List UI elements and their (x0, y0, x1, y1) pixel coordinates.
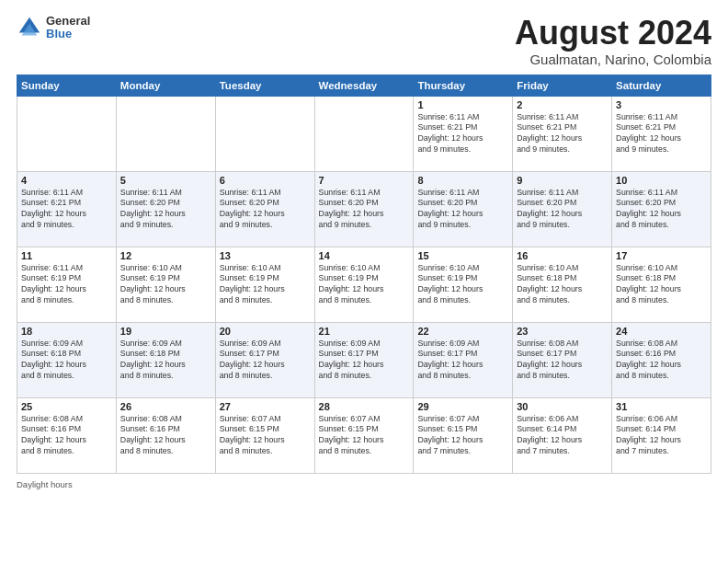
calendar-cell: 10Sunrise: 6:11 AMSunset: 6:20 PMDayligh… (612, 171, 711, 247)
day-number: 11 (21, 250, 112, 261)
calendar-cell: 11Sunrise: 6:11 AMSunset: 6:19 PMDayligh… (17, 247, 117, 322)
day-info: Sunrise: 6:10 AMSunset: 6:18 PMDaylight:… (517, 263, 608, 307)
calendar-cell: 25Sunrise: 6:08 AMSunset: 6:16 PMDayligh… (17, 397, 117, 473)
calendar-cell: 8Sunrise: 6:11 AMSunset: 6:20 PMDaylight… (414, 171, 513, 247)
day-info: Sunrise: 6:08 AMSunset: 6:17 PMDaylight:… (517, 339, 608, 383)
day-info: Sunrise: 6:11 AMSunset: 6:21 PMDaylight:… (21, 188, 112, 232)
day-number: 30 (517, 401, 608, 412)
day-number: 4 (21, 175, 112, 186)
day-info: Sunrise: 6:08 AMSunset: 6:16 PMDaylight:… (616, 339, 707, 383)
col-header-friday: Friday (513, 75, 612, 96)
day-info: Sunrise: 6:11 AMSunset: 6:20 PMDaylight:… (417, 188, 508, 232)
col-header-tuesday: Tuesday (215, 75, 314, 96)
calendar-cell: 29Sunrise: 6:07 AMSunset: 6:15 PMDayligh… (414, 397, 513, 473)
calendar-cell: 6Sunrise: 6:11 AMSunset: 6:20 PMDaylight… (215, 171, 314, 247)
week-row-5: 25Sunrise: 6:08 AMSunset: 6:16 PMDayligh… (17, 397, 711, 473)
day-number: 17 (616, 250, 707, 261)
day-info: Sunrise: 6:11 AMSunset: 6:21 PMDaylight:… (517, 112, 608, 156)
calendar-cell: 20Sunrise: 6:09 AMSunset: 6:17 PMDayligh… (215, 322, 314, 397)
day-info: Sunrise: 6:11 AMSunset: 6:19 PMDaylight:… (21, 263, 112, 307)
calendar-cell: 16Sunrise: 6:10 AMSunset: 6:18 PMDayligh… (513, 247, 612, 322)
calendar-cell: 21Sunrise: 6:09 AMSunset: 6:17 PMDayligh… (314, 322, 414, 397)
logo: General Blue (17, 15, 90, 41)
day-number: 22 (417, 326, 508, 337)
calendar-cell: 14Sunrise: 6:10 AMSunset: 6:19 PMDayligh… (314, 247, 414, 322)
day-number: 24 (616, 326, 707, 337)
calendar-cell: 22Sunrise: 6:09 AMSunset: 6:17 PMDayligh… (414, 322, 513, 397)
week-row-4: 18Sunrise: 6:09 AMSunset: 6:18 PMDayligh… (17, 322, 711, 397)
logo-icon (17, 15, 42, 40)
day-info: Sunrise: 6:09 AMSunset: 6:18 PMDaylight:… (21, 339, 112, 383)
day-info: Sunrise: 6:11 AMSunset: 6:21 PMDaylight:… (417, 112, 508, 156)
calendar-cell: 5Sunrise: 6:11 AMSunset: 6:20 PMDaylight… (116, 171, 215, 247)
logo-general: General (46, 15, 90, 28)
calendar-cell: 23Sunrise: 6:08 AMSunset: 6:17 PMDayligh… (513, 322, 612, 397)
calendar-cell (215, 96, 314, 171)
day-number: 16 (517, 250, 608, 261)
day-number: 28 (319, 401, 410, 412)
calendar-cell: 28Sunrise: 6:07 AMSunset: 6:15 PMDayligh… (314, 397, 414, 473)
day-info: Sunrise: 6:11 AMSunset: 6:20 PMDaylight:… (120, 188, 211, 232)
col-header-monday: Monday (116, 75, 215, 96)
day-info: Sunrise: 6:06 AMSunset: 6:14 PMDaylight:… (616, 414, 707, 458)
daylight-label: Daylight hours (17, 479, 73, 489)
day-info: Sunrise: 6:08 AMSunset: 6:16 PMDaylight:… (120, 414, 211, 458)
calendar-cell: 26Sunrise: 6:08 AMSunset: 6:16 PMDayligh… (116, 397, 215, 473)
day-number: 1 (417, 99, 508, 110)
calendar-cell: 4Sunrise: 6:11 AMSunset: 6:21 PMDaylight… (17, 171, 117, 247)
day-info: Sunrise: 6:09 AMSunset: 6:17 PMDaylight:… (319, 339, 410, 383)
day-number: 23 (517, 326, 608, 337)
calendar-cell: 12Sunrise: 6:10 AMSunset: 6:19 PMDayligh… (116, 247, 215, 322)
day-number: 31 (616, 401, 707, 412)
day-info: Sunrise: 6:11 AMSunset: 6:20 PMDaylight:… (220, 188, 311, 232)
day-number: 21 (319, 326, 410, 337)
day-number: 9 (517, 175, 608, 186)
day-info: Sunrise: 6:09 AMSunset: 6:18 PMDaylight:… (120, 339, 211, 383)
logo-text: General Blue (46, 15, 90, 41)
day-info: Sunrise: 6:06 AMSunset: 6:14 PMDaylight:… (517, 414, 608, 458)
calendar-cell: 7Sunrise: 6:11 AMSunset: 6:20 PMDaylight… (314, 171, 414, 247)
day-info: Sunrise: 6:09 AMSunset: 6:17 PMDaylight:… (220, 339, 311, 383)
calendar-cell: 27Sunrise: 6:07 AMSunset: 6:15 PMDayligh… (215, 397, 314, 473)
day-number: 3 (616, 99, 707, 110)
day-number: 10 (616, 175, 707, 186)
day-number: 13 (220, 250, 311, 261)
col-header-saturday: Saturday (612, 75, 711, 96)
logo-blue: Blue (46, 28, 90, 40)
calendar-cell: 2Sunrise: 6:11 AMSunset: 6:21 PMDaylight… (513, 96, 612, 171)
day-number: 27 (220, 401, 311, 412)
day-number: 18 (21, 326, 112, 337)
day-info: Sunrise: 6:11 AMSunset: 6:21 PMDaylight:… (616, 112, 707, 156)
day-info: Sunrise: 6:10 AMSunset: 6:19 PMDaylight:… (220, 263, 311, 307)
title-block: August 2024 Gualmatan, Narino, Colombia (515, 15, 711, 67)
calendar-cell: 9Sunrise: 6:11 AMSunset: 6:20 PMDaylight… (513, 171, 612, 247)
day-info: Sunrise: 6:10 AMSunset: 6:18 PMDaylight:… (616, 263, 707, 307)
day-info: Sunrise: 6:10 AMSunset: 6:19 PMDaylight:… (319, 263, 410, 307)
calendar-table: SundayMondayTuesdayWednesdayThursdayFrid… (17, 75, 711, 474)
calendar-cell: 30Sunrise: 6:06 AMSunset: 6:14 PMDayligh… (513, 397, 612, 473)
month-year-title: August 2024 (515, 15, 711, 52)
calendar-cell: 3Sunrise: 6:11 AMSunset: 6:21 PMDaylight… (612, 96, 711, 171)
day-info: Sunrise: 6:11 AMSunset: 6:20 PMDaylight:… (319, 188, 410, 232)
calendar-cell: 1Sunrise: 6:11 AMSunset: 6:21 PMDaylight… (414, 96, 513, 171)
calendar-cell: 17Sunrise: 6:10 AMSunset: 6:18 PMDayligh… (612, 247, 711, 322)
calendar-cell (17, 96, 117, 171)
col-header-wednesday: Wednesday (314, 75, 414, 96)
day-number: 7 (319, 175, 410, 186)
col-header-thursday: Thursday (414, 75, 513, 96)
calendar-cell: 18Sunrise: 6:09 AMSunset: 6:18 PMDayligh… (17, 322, 117, 397)
calendar-cell (314, 96, 414, 171)
day-info: Sunrise: 6:07 AMSunset: 6:15 PMDaylight:… (417, 414, 508, 458)
day-number: 6 (220, 175, 311, 186)
calendar-cell: 19Sunrise: 6:09 AMSunset: 6:18 PMDayligh… (116, 322, 215, 397)
day-info: Sunrise: 6:11 AMSunset: 6:20 PMDaylight:… (616, 188, 707, 232)
week-row-1: 1Sunrise: 6:11 AMSunset: 6:21 PMDaylight… (17, 96, 711, 171)
day-info: Sunrise: 6:08 AMSunset: 6:16 PMDaylight:… (21, 414, 112, 458)
day-info: Sunrise: 6:09 AMSunset: 6:17 PMDaylight:… (417, 339, 508, 383)
day-info: Sunrise: 6:07 AMSunset: 6:15 PMDaylight:… (319, 414, 410, 458)
day-number: 20 (220, 326, 311, 337)
day-number: 19 (120, 326, 211, 337)
calendar-cell: 31Sunrise: 6:06 AMSunset: 6:14 PMDayligh… (612, 397, 711, 473)
day-number: 29 (417, 401, 508, 412)
day-number: 25 (21, 401, 112, 412)
